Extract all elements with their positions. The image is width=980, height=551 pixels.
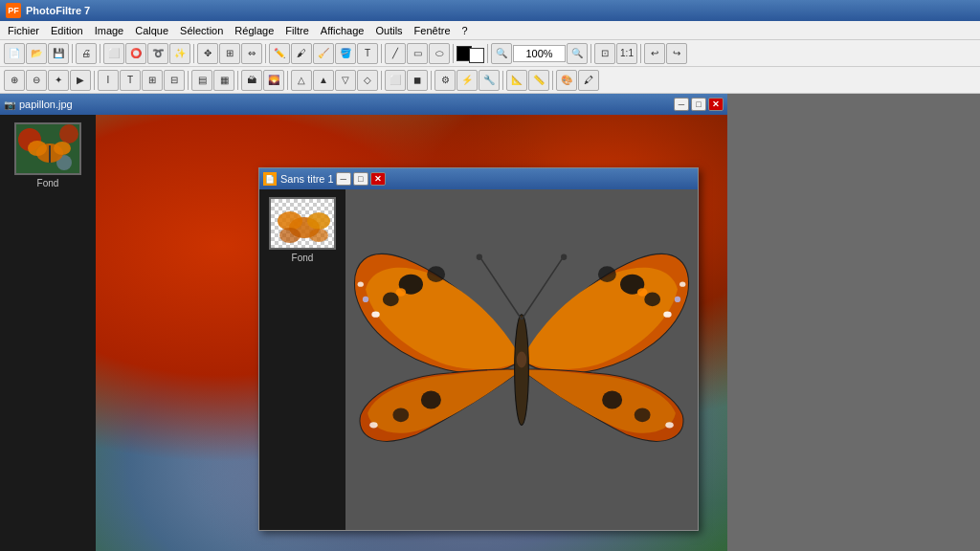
bg-thumbnail-item[interactable]: Fond [14,122,81,188]
doc-minimize-button[interactable]: ─ [336,172,351,186]
svg-point-39 [517,352,527,368]
app-titlebar: PF PhotoFiltre 7 [0,0,980,21]
open-button[interactable]: 📂 [26,43,47,64]
svg-point-28 [637,288,648,296]
tool2-17[interactable]: ⬜ [385,70,406,91]
eraser-button[interactable]: 🧹 [313,43,334,64]
bg-thumb-label: Fond [37,178,59,188]
tool2-12[interactable]: 🌄 [263,70,284,91]
tool2-4[interactable]: ▶ [70,70,91,91]
menu-reglage[interactable]: Réglage [229,23,279,38]
select-ellipse-button[interactable]: ⭕ [125,43,146,64]
bg-maximize-button[interactable]: □ [691,98,706,111]
tool2-19[interactable]: ⚙ [434,70,456,91]
magic-wand-button[interactable]: ✨ [169,43,190,64]
svg-point-34 [369,422,377,428]
menu-calque[interactable]: Calque [129,23,174,38]
doc-icon: 📄 [263,172,277,186]
crop-button[interactable]: ⊞ [219,43,240,64]
tool2-18[interactable]: ◼ [407,70,428,91]
sep2-3 [237,71,238,90]
sep2-6 [431,71,432,90]
text-button[interactable]: T [357,43,378,64]
fill-button[interactable]: 🪣 [335,43,356,64]
sep2-1 [94,71,95,90]
tool2-5[interactable]: I [98,70,119,91]
svg-point-27 [598,266,616,282]
separator9 [640,44,641,63]
tool2-16[interactable]: ◇ [357,70,378,91]
history-undo-button[interactable]: ↩ [644,43,665,64]
sep2-8 [552,71,553,90]
tool2-10[interactable]: ▦ [213,70,234,91]
doc-close-button[interactable]: ✕ [370,172,386,186]
pencil-button[interactable]: ✏️ [269,43,290,64]
zoom-in-button[interactable]: 🔍 [567,43,588,64]
bg-window-titlebar: 📷 papillon.jpg ─ □ ✕ [0,94,727,115]
tool2-23[interactable]: 📏 [528,70,549,91]
bg-minimize-button[interactable]: ─ [674,98,689,111]
rect-button[interactable]: ▭ [407,43,428,64]
tool2-20[interactable]: ⚡ [457,70,478,91]
doc-title: Sans titre 1 [280,173,334,185]
zoom-out-button[interactable]: 🔍 [491,43,512,64]
zoom-fit-button[interactable]: ⊡ [594,43,615,64]
menu-edition[interactable]: Edition [45,23,89,38]
app-title: PhotoFiltre 7 [26,5,90,16]
select-rect-button[interactable]: ⬜ [103,43,124,64]
history-redo-button[interactable]: ↪ [666,43,687,64]
separator1 [72,44,73,63]
svg-point-35 [602,391,622,409]
svg-point-32 [421,391,441,409]
right-panel [976,94,980,551]
svg-point-24 [358,282,364,287]
svg-point-29 [663,312,671,318]
doc-maximize-button[interactable]: □ [353,172,368,186]
move-button[interactable]: ✥ [197,43,218,64]
tool2-13[interactable]: △ [291,70,312,91]
tool2-21[interactable]: 🔧 [479,70,500,91]
new-button[interactable]: 📄 [4,43,25,64]
doc-thumbnail-item[interactable]: Fond [269,197,336,263]
toolbar2: ⊕ ⊖ ✦ ▶ I T ⊞ ⊟ ▤ ▦ 🏔 🌄 △ ▲ ▽ ◇ ⬜ ◼ ⚙ ⚡ … [0,67,980,94]
menu-affichage[interactable]: Affichage [315,23,370,38]
select-lasso-button[interactable]: ➰ [147,43,168,64]
tool2-11[interactable]: 🏔 [241,70,262,91]
tool2-14[interactable]: ▲ [313,70,334,91]
save-button[interactable]: 💾 [48,43,69,64]
menu-outils[interactable]: Outils [369,23,408,38]
menu-image[interactable]: Image [89,23,130,38]
tool2-9[interactable]: ▤ [191,70,212,91]
brush-button[interactable]: 🖌 [291,43,312,64]
tool2-25[interactable]: 🖍 [578,70,599,91]
sep2-5 [381,71,382,90]
zoom-input[interactable] [513,45,566,62]
menu-selection[interactable]: Sélection [174,23,229,38]
menu-help[interactable]: ? [457,23,474,38]
line-button[interactable]: ╱ [385,43,406,64]
bg-thumbnail [14,122,81,175]
menu-fenetre[interactable]: Fenêtre [409,23,457,38]
doc-canvas[interactable] [345,189,698,530]
main-area: 📷 papillon.jpg ─ □ ✕ [0,94,980,551]
zoom-1to1-button[interactable]: 1:1 [616,43,637,64]
tool2-22[interactable]: 📐 [506,70,527,91]
menu-filtre[interactable]: Filtre [279,23,314,38]
tool2-6[interactable]: T [120,70,141,91]
tool2-8[interactable]: ⊟ [164,70,185,91]
bg-close-button[interactable]: ✕ [708,98,724,111]
menubar: Fichier Edition Image Calque Sélection R… [0,21,980,40]
tool2-15[interactable]: ▽ [335,70,356,91]
transform-button[interactable]: ⇔ [241,43,262,64]
svg-point-38 [515,315,529,426]
svg-line-40 [481,259,522,320]
tool2-3[interactable]: ✦ [48,70,69,91]
tool2-2[interactable]: ⊖ [26,70,47,91]
menu-fichier[interactable]: Fichier [2,23,45,38]
background-color[interactable] [469,48,484,63]
ellipse-button[interactable]: ⬭ [429,43,450,64]
print-button[interactable]: 🖨 [76,43,97,64]
tool2-24[interactable]: 🎨 [556,70,577,91]
tool2-1[interactable]: ⊕ [4,70,25,91]
tool2-7[interactable]: ⊞ [142,70,163,91]
